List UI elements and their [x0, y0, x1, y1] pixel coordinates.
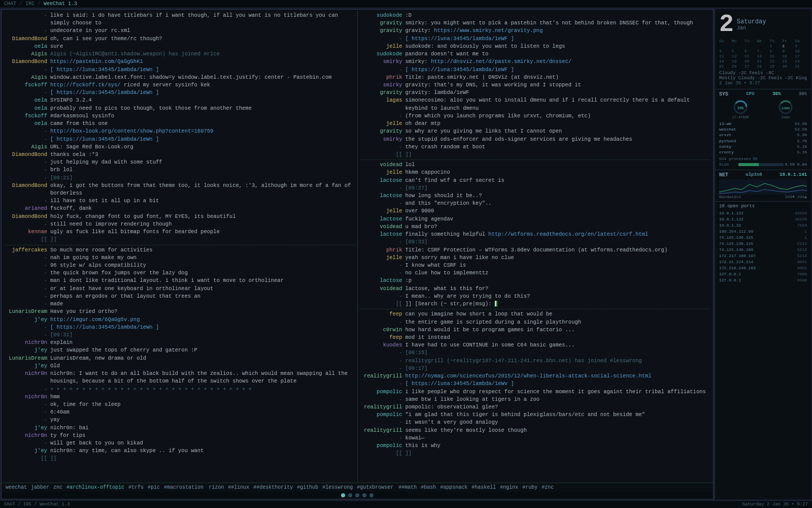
- widget-net: NET wlp3s0 10.0.1.141 Bandwidth 266▼ 298…: [715, 170, 811, 202]
- msg-nick: DiamondBond: [5, 213, 50, 220]
- list-item: - [ https://luna:34545/lambda/1eWn ]: [5, 324, 355, 331]
- msg-nick: nichr0n: [5, 370, 50, 385]
- msg-nick: -: [5, 285, 50, 293]
- msg-nick: -: [5, 197, 50, 205]
- msg-nick: -: [5, 166, 50, 174]
- msg-nick: jelle: [360, 120, 405, 128]
- channel-deskthority[interactable]: ##deskthority: [253, 485, 293, 490]
- list-item: Aigis window.active.label.text.font: sha…: [5, 74, 355, 81]
- msg-nick: kennae: [5, 228, 50, 236]
- channel-appsnack[interactable]: #appsnack: [440, 485, 467, 490]
- list-item: oela sure: [5, 43, 355, 50]
- nav-weechat[interactable]: WeeChat 1.3: [44, 1, 77, 7]
- channel-jabber[interactable]: jabber: [31, 485, 49, 490]
- clock-day: 2: [719, 12, 734, 37]
- list-item: - same btw i like looking at tigers in a…: [360, 396, 710, 403]
- msg-nick: -: [5, 386, 50, 393]
- list-item: smirky gravity: that's my DNS, it was wo…: [360, 81, 710, 89]
- msg-nick: sudokode: [360, 50, 405, 58]
- channel-trfs[interactable]: #trfs: [128, 485, 144, 490]
- list-item: gravity gravity: https://www.smirky.net/…: [360, 27, 710, 35]
- channel-nginx[interactable]: #nginx: [500, 485, 518, 490]
- channel-ruby[interactable]: #ruby: [522, 485, 537, 490]
- msg-nick: smirky: [360, 136, 405, 143]
- msg-nick: smirky: [360, 58, 405, 66]
- msg-nick: -: [5, 158, 50, 166]
- msg-nick: [[: [5, 236, 50, 243]
- channel-bash[interactable]: #bash: [421, 485, 436, 490]
- svg-text:36%: 36%: [737, 106, 744, 110]
- channel-bar: weechat jabber znc #archlinux-offtopic #…: [2, 483, 713, 492]
- channel-lesswrong[interactable]: #lesswrong: [322, 485, 353, 490]
- msg-nick: gravity: [360, 19, 405, 27]
- list-item: LunarisDream LunarisDream, new drama or …: [5, 355, 355, 362]
- nav-chat[interactable]: CHAT: [4, 1, 16, 7]
- bar-row-cpu: 544 processes 3%: [719, 156, 807, 161]
- list-item: jelle sudokode: and obviously you want t…: [360, 43, 710, 50]
- list-item: - it wasn't a very good analogy: [360, 419, 710, 426]
- bar-row-mem: SLab 0.56 0.84: [719, 162, 807, 167]
- msg-nick: lactose: [360, 177, 405, 184]
- list-item: DiamondBond thanks oela :*3: [5, 151, 355, 158]
- status-time: Saturday 2 Jan 35 • 9:27: [742, 502, 808, 507]
- msg-nick: DiamondBond: [5, 35, 50, 43]
- msg-nick: -: [5, 401, 50, 408]
- list-item: - perhaps an ergodox or that layout that…: [5, 293, 355, 300]
- channel-github[interactable]: #github: [297, 485, 318, 490]
- list-item: - realitygrill (~realitygr107-147-211-24…: [360, 357, 710, 365]
- list-item: - [09:27]: [360, 184, 710, 192]
- list-item: - they crash random at boot: [360, 143, 710, 151]
- page-dot-3[interactable]: [355, 493, 359, 497]
- channel-weechat[interactable]: weechat: [6, 485, 27, 490]
- channel-haskell[interactable]: #haskell: [471, 485, 496, 490]
- channel-linux[interactable]: ##linux: [228, 485, 249, 490]
- page-dot-4[interactable]: [362, 493, 366, 497]
- ip-row: 74.125.136.1255213: [719, 241, 807, 247]
- channel-znc[interactable]: znc: [53, 485, 62, 490]
- msg-nick: nichr0n: [5, 393, 50, 401]
- msg-nick: oela: [5, 105, 50, 112]
- msg-nick: phrik: [360, 246, 405, 254]
- msg-nick: -: [360, 293, 405, 300]
- list-item: - [ https://luna:34545/lambda/1eWF ]: [360, 66, 710, 74]
- list-item: j'ey nichr0n: any time, can also skype .…: [5, 447, 355, 455]
- msg-nick: -: [5, 174, 50, 182]
- ip-row: 10.0.1.12236220: [719, 216, 807, 223]
- msg-nick: j'ey: [5, 447, 50, 455]
- time-display: 2 Jan 35 • 9:27: [719, 81, 807, 86]
- msg-nick: jelle: [360, 43, 405, 50]
- list-item: - made: [5, 300, 355, 308]
- page-dot-2[interactable]: [348, 493, 352, 497]
- channel-znc2[interactable]: #znc: [542, 485, 554, 490]
- ip-row: 10.0.1.327564: [719, 223, 807, 229]
- channel-pic[interactable]: #pic: [148, 485, 160, 490]
- list-item: - still need to improve rendering though: [5, 220, 355, 228]
- ip-row: 74.125.136.1251: [719, 235, 807, 241]
- ip-row: 127.0.0.16500: [719, 277, 807, 283]
- list-item: - (from which you launch programs like u…: [360, 112, 710, 120]
- page-dot-1[interactable]: [341, 493, 345, 497]
- channel-rizon[interactable]: rizon: [209, 485, 224, 490]
- nav-irc[interactable]: IRC: [25, 1, 35, 7]
- list-item: nichr0n explain: [5, 339, 355, 346]
- list-item: [[ ]]: [360, 450, 710, 457]
- channel-macrostation[interactable]: #macrostation: [164, 485, 204, 490]
- list-item: j'ey Old: [5, 362, 355, 370]
- list-item: c0rw1n how hard would it be to program g…: [360, 326, 710, 334]
- list-item: jaffercakes So much more room for activi…: [5, 246, 355, 254]
- msg-nick: LunarisDream: [5, 308, 50, 315]
- list-item: smirky the stupid ods-enforcer and ods-s…: [360, 136, 710, 143]
- clock-weekday: Saturday: [737, 18, 766, 25]
- page-dot-5[interactable]: [369, 493, 374, 497]
- list-item: phrik Title: paste.smirky.net | DNSViz (…: [360, 74, 710, 81]
- msg-nick: Aigis: [5, 143, 50, 151]
- sys-title: SYS: [719, 91, 728, 97]
- channel-gutxbrowser[interactable]: #gutxbrowser: [357, 485, 393, 490]
- msg-nick: Aigis: [5, 74, 50, 81]
- channel-archlinux-offtopic[interactable]: #archlinux-offtopic: [66, 485, 124, 490]
- list-item: LunarisDream Have you tried ortho?: [5, 308, 355, 315]
- msg-nick: arianed: [5, 205, 50, 212]
- channel-math[interactable]: ##math: [398, 485, 417, 490]
- nav-bar: CHAT / IRC / WeeChat 1.3: [0, 0, 812, 8]
- msg-nick: sudokode: [360, 12, 405, 19]
